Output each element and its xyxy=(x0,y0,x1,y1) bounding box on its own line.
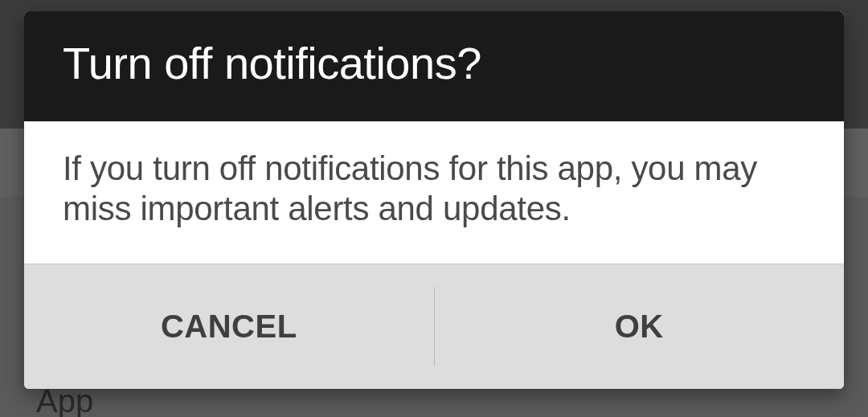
dialog-title: Turn off notifications? xyxy=(63,37,805,89)
dialog-message: If you turn off notifications for this a… xyxy=(63,149,805,230)
confirmation-dialog: Turn off notifications? If you turn off … xyxy=(24,11,844,389)
cancel-button[interactable]: CANCEL xyxy=(24,264,434,389)
dialog-action-bar: CANCEL OK xyxy=(24,264,844,389)
ok-button[interactable]: OK xyxy=(435,264,845,389)
background-partial-text: App xyxy=(36,385,93,417)
dialog-header: Turn off notifications? xyxy=(24,11,844,121)
dialog-body: If you turn off notifications for this a… xyxy=(24,121,844,264)
